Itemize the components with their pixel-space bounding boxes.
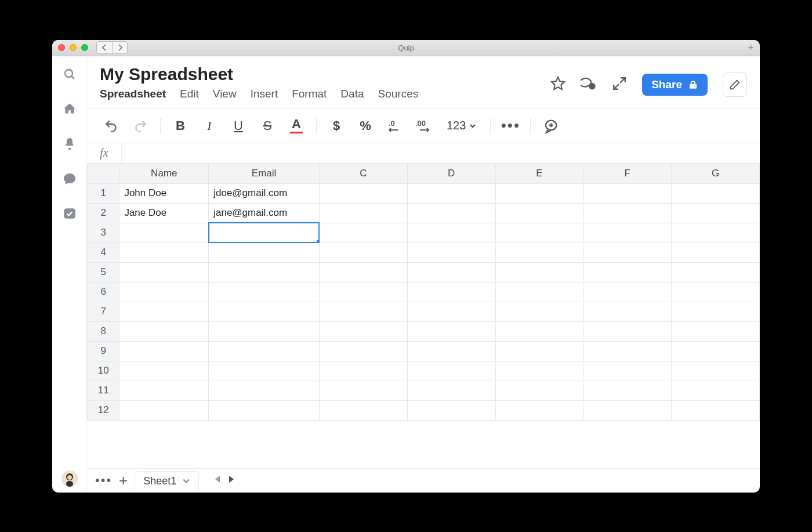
cell[interactable] [209, 361, 320, 381]
undo-button[interactable] [100, 116, 123, 136]
cell[interactable] [407, 321, 495, 341]
menu-view[interactable]: View [213, 88, 237, 100]
cell[interactable] [583, 381, 672, 400]
new-tab-button[interactable]: + [748, 42, 754, 53]
row-header[interactable]: 12 [88, 400, 119, 420]
cell[interactable] [672, 262, 760, 282]
row-header[interactable]: 11 [88, 381, 119, 400]
row-header[interactable]: 4 [88, 243, 119, 262]
expand-icon[interactable] [612, 76, 627, 93]
cell[interactable] [583, 203, 672, 223]
cell[interactable] [119, 341, 209, 361]
cell[interactable] [407, 361, 495, 381]
row-header[interactable]: 6 [88, 282, 119, 302]
cell[interactable] [407, 400, 495, 420]
italic-button[interactable]: I [198, 116, 221, 136]
chat-icon[interactable] [62, 171, 77, 186]
user-avatar[interactable] [61, 471, 78, 487]
cell[interactable] [319, 321, 407, 341]
cell[interactable] [495, 302, 583, 321]
notifications-icon[interactable] [62, 136, 77, 151]
menu-format[interactable]: Format [292, 88, 327, 100]
strikethrough-button[interactable]: S [256, 116, 279, 136]
tasks-icon[interactable] [62, 206, 77, 221]
cell[interactable] [407, 203, 495, 223]
currency-button[interactable]: $ [325, 116, 348, 136]
spreadsheet-area[interactable]: NameEmailCDEFG 1John Doejdoe@gmail.com2J… [87, 164, 760, 468]
compose-button[interactable] [723, 73, 747, 97]
row-header[interactable]: 8 [88, 321, 119, 341]
close-window-button[interactable] [58, 44, 65, 51]
sheet-tab[interactable]: Sheet1 [135, 471, 199, 491]
row-header[interactable]: 5 [88, 262, 119, 282]
cell[interactable] [209, 302, 320, 321]
cell[interactable] [319, 262, 407, 282]
column-header[interactable]: F [583, 164, 672, 183]
zoom-window-button[interactable] [81, 44, 88, 51]
cell[interactable] [209, 400, 320, 420]
cell[interactable] [583, 223, 672, 243]
cell[interactable] [672, 282, 760, 302]
cell[interactable] [583, 341, 672, 361]
cell[interactable] [319, 203, 407, 223]
prev-sheet-button[interactable] [214, 475, 221, 486]
column-header[interactable]: Email [209, 164, 320, 183]
row-header[interactable]: 9 [88, 341, 119, 361]
cell[interactable] [672, 203, 760, 223]
row-header[interactable]: 7 [88, 302, 119, 321]
cell[interactable] [495, 282, 583, 302]
cell[interactable] [672, 341, 760, 361]
text-color-button[interactable]: A [285, 116, 308, 136]
cell[interactable] [495, 361, 583, 381]
menu-sources[interactable]: Sources [378, 88, 419, 100]
cell[interactable] [319, 282, 407, 302]
cell[interactable] [583, 400, 672, 420]
formula-input[interactable] [122, 143, 760, 163]
cell[interactable] [495, 381, 583, 400]
cell[interactable] [672, 223, 760, 243]
cell[interactable] [407, 243, 495, 262]
menu-spreadsheet[interactable]: Spreadsheet [100, 88, 166, 100]
cell[interactable] [119, 223, 209, 243]
cell[interactable] [583, 302, 672, 321]
row-header[interactable]: 1 [88, 183, 119, 203]
redo-button[interactable] [129, 116, 152, 136]
cell[interactable] [407, 341, 495, 361]
row-header[interactable]: 3 [88, 223, 119, 243]
search-icon[interactable] [62, 67, 77, 82]
cell[interactable] [672, 302, 760, 321]
add-sheet-button[interactable]: + [119, 472, 128, 490]
cell[interactable] [672, 183, 760, 203]
cell[interactable] [407, 183, 495, 203]
cell[interactable] [495, 243, 583, 262]
menu-insert[interactable]: Insert [251, 88, 278, 100]
cell[interactable] [119, 321, 209, 341]
cell[interactable] [319, 223, 407, 243]
star-icon[interactable] [550, 76, 566, 93]
cell[interactable] [583, 183, 672, 203]
bold-button[interactable]: B [169, 116, 192, 136]
cell[interactable] [119, 361, 209, 381]
cell[interactable] [495, 223, 583, 243]
cell[interactable] [407, 381, 495, 400]
cell[interactable]: Jane Doe [119, 203, 209, 223]
next-sheet-button[interactable] [228, 475, 235, 486]
menu-edit[interactable]: Edit [180, 88, 199, 100]
cell[interactable] [407, 223, 495, 243]
cell[interactable] [407, 282, 495, 302]
document-title[interactable]: My Spreadsheet [100, 64, 418, 84]
cell[interactable] [583, 282, 672, 302]
cell[interactable] [209, 341, 320, 361]
cell[interactable] [672, 321, 760, 341]
home-icon[interactable] [62, 102, 77, 117]
cell[interactable] [583, 262, 672, 282]
cell[interactable] [672, 400, 760, 420]
row-header[interactable]: 10 [88, 361, 119, 381]
cell[interactable] [119, 400, 209, 420]
cell[interactable] [319, 341, 407, 361]
menu-data[interactable]: Data [340, 88, 364, 100]
cell[interactable] [672, 381, 760, 400]
cell[interactable] [495, 262, 583, 282]
cell[interactable] [319, 183, 407, 203]
cell[interactable] [583, 321, 672, 341]
